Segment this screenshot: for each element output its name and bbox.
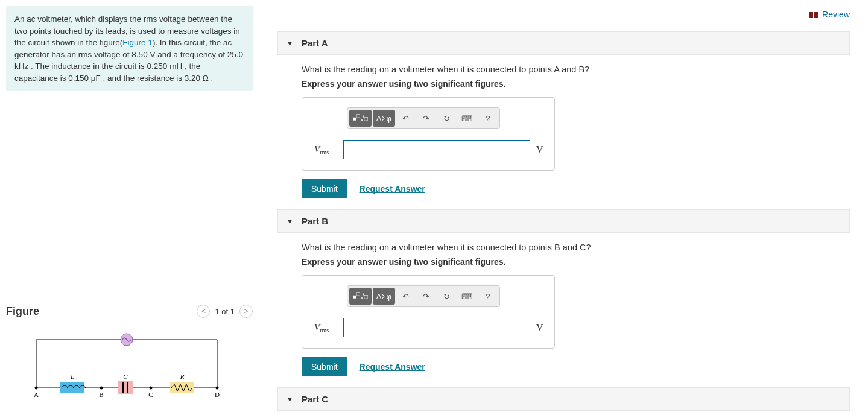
part-a-request-link[interactable]: Request Answer: [360, 184, 425, 194]
reset-button[interactable]: ↻: [437, 288, 457, 305]
figure-title: Figure: [6, 305, 39, 318]
undo-button[interactable]: ↶: [396, 288, 416, 305]
part-a-submit-button[interactable]: Submit: [302, 179, 347, 198]
figure-nav: < 1 of 1 >: [197, 305, 253, 318]
collapse-caret-icon: ▼: [287, 40, 293, 47]
redo-button[interactable]: ↷: [417, 110, 436, 127]
redo-button[interactable]: ↷: [417, 288, 436, 305]
undo-button[interactable]: ↶: [396, 110, 416, 127]
svg-text:A: A: [34, 391, 39, 398]
part-a-variable: Vrms =: [314, 144, 337, 156]
part-a-answer-box: ■□√□ ΑΣφ ↶ ↷ ↻ ⌨ ? Vrms = V: [302, 97, 555, 171]
part-b-buttons: Submit Request Answer: [302, 357, 850, 376]
collapse-caret-icon: ▼: [287, 396, 293, 403]
part-a-unit: V: [536, 144, 543, 155]
part-a-input[interactable]: [343, 140, 530, 159]
figure-nav-text: 1 of 1: [215, 307, 235, 316]
svg-point-16: [216, 387, 219, 390]
svg-point-13: [35, 387, 38, 390]
figure-link[interactable]: Figure 1: [122, 38, 153, 47]
part-a-answer-row: Vrms = V: [311, 140, 546, 159]
greek-button[interactable]: ΑΣφ: [373, 288, 395, 305]
part-b-answer-box: ■□√□ ΑΣφ ↶ ↷ ↻ ⌨ ? Vrms = V: [302, 275, 555, 349]
part-a-header[interactable]: ▼ Part A: [277, 31, 850, 55]
svg-text:C: C: [148, 391, 153, 398]
svg-text:R: R: [180, 373, 185, 380]
svg-text:L: L: [70, 373, 74, 380]
keyboard-button[interactable]: ⌨: [458, 288, 477, 305]
part-c-title: Part C: [302, 394, 328, 404]
book-icon: [809, 11, 819, 18]
figure-prev-button[interactable]: <: [197, 305, 210, 318]
part-a-question: What is the reading on a voltmeter when …: [302, 65, 850, 74]
svg-rect-7: [118, 381, 133, 394]
left-panel: An ac voltmeter, which displays the rms …: [0, 0, 259, 415]
problem-statement: An ac voltmeter, which displays the rms …: [6, 6, 253, 91]
part-b-title: Part B: [302, 216, 328, 226]
part-b-answer-row: Vrms = V: [311, 318, 546, 337]
part-b-request-link[interactable]: Request Answer: [360, 362, 425, 372]
part-b-instruction: Express your answer using two significan…: [302, 257, 850, 267]
help-button[interactable]: ?: [478, 288, 498, 305]
part-a-title: Part A: [302, 38, 328, 48]
figure-section: Figure < 1 of 1 > L: [6, 305, 253, 409]
svg-text:B: B: [99, 391, 103, 398]
figure-next-button[interactable]: >: [239, 305, 253, 318]
right-panel: Review ▼ Part A What is the reading on a…: [259, 0, 868, 415]
part-b-submit-button[interactable]: Submit: [302, 357, 347, 376]
part-a-instruction: Express your answer using two significan…: [302, 79, 850, 89]
part-b-input[interactable]: [343, 318, 530, 337]
circuit-diagram: L C R A B C D: [30, 331, 229, 403]
review-bar: Review: [277, 6, 850, 31]
review-link[interactable]: Review: [822, 10, 850, 19]
part-b-unit: V: [536, 322, 543, 333]
help-button[interactable]: ?: [478, 110, 498, 127]
part-b: ▼ Part B What is the reading on a voltme…: [277, 209, 850, 376]
part-b-variable: Vrms =: [314, 322, 337, 334]
figure-header: Figure < 1 of 1 >: [6, 305, 253, 322]
equation-toolbar: ■□√□ ΑΣφ ↶ ↷ ↻ ⌨ ?: [347, 107, 500, 129]
reset-button[interactable]: ↻: [437, 110, 457, 127]
svg-point-15: [150, 387, 153, 390]
svg-text:C: C: [123, 373, 128, 380]
part-b-question: What is the reading on a voltmeter when …: [302, 242, 850, 252]
templates-button[interactable]: ■□√□: [349, 288, 372, 305]
svg-point-14: [100, 387, 103, 390]
part-a-buttons: Submit Request Answer: [302, 179, 850, 198]
keyboard-button[interactable]: ⌨: [458, 110, 477, 127]
equation-toolbar: ■□√□ ΑΣφ ↶ ↷ ↻ ⌨ ?: [347, 285, 500, 307]
part-a: ▼ Part A What is the reading on a voltme…: [277, 31, 850, 198]
greek-button[interactable]: ΑΣφ: [373, 110, 395, 127]
svg-rect-5: [60, 382, 84, 393]
part-b-header[interactable]: ▼ Part B: [277, 209, 850, 233]
templates-button[interactable]: ■□√□: [349, 110, 372, 127]
part-b-body: What is the reading on a voltmeter when …: [277, 233, 850, 376]
collapse-caret-icon: ▼: [287, 218, 293, 225]
part-a-body: What is the reading on a voltmeter when …: [277, 55, 850, 198]
part-c: ▼ Part C: [277, 387, 850, 411]
part-c-header[interactable]: ▼ Part C: [277, 387, 850, 411]
svg-text:D: D: [215, 391, 220, 398]
